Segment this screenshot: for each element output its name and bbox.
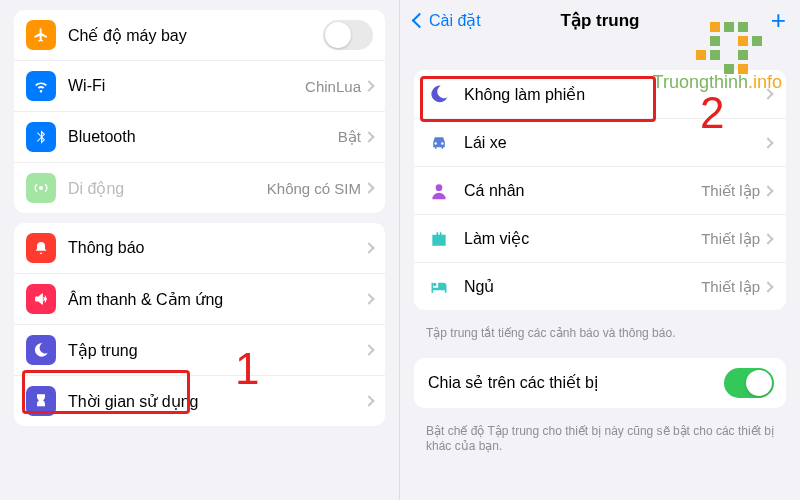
chevron-icon [363,395,374,406]
row-notifications[interactable]: Thông báo [14,223,385,273]
chevron-icon [363,80,374,91]
row-cellular[interactable]: Di động Không có SIM [14,162,385,213]
row-focus[interactable]: Tập trung [14,324,385,375]
focus-footer-1: Tập trung tắt tiếng các cảnh báo và thôn… [400,320,800,348]
settings-pane-left: Chế độ máy bay Wi-Fi ChinLua Bluetooth B… [0,0,400,500]
moon-icon [428,83,450,105]
chevron-icon [363,182,374,193]
nav-back-button[interactable]: Cài đặt [414,11,481,30]
chevron-icon [363,131,374,142]
chevron-icon [762,281,773,292]
row-wifi[interactable]: Wi-Fi ChinLua [14,60,385,111]
cellular-value: Không có SIM [267,180,361,197]
row-airplane-mode[interactable]: Chế độ máy bay [14,10,385,60]
wifi-label: Wi-Fi [68,77,305,95]
svg-point-0 [39,186,43,190]
chevron-icon [762,185,773,196]
sounds-label: Âm thanh & Cảm ứng [68,290,365,309]
focus-icon [26,335,56,365]
focus-footer-2: Bật chế độ Tập trung cho thiết bị này cũ… [400,418,800,461]
navbar: Cài đặt Tập trung + [400,0,800,40]
share-label: Chia sẻ trên các thiết bị [428,373,724,392]
settings-section-general: Thông báo Âm thanh & Cảm ứng Tập trung T… [14,223,385,426]
airplane-label: Chế độ máy bay [68,26,323,45]
row-bluetooth[interactable]: Bluetooth Bật [14,111,385,162]
work-value: Thiết lập [701,230,760,248]
row-sleep[interactable]: Ngủ Thiết lập [414,262,786,310]
bluetooth-label: Bluetooth [68,128,338,146]
chevron-icon [762,137,773,148]
chevron-icon [363,293,374,304]
sleep-value: Thiết lập [701,278,760,296]
notifications-icon [26,233,56,263]
person-icon [428,180,450,202]
screentime-icon [26,386,56,416]
personal-label: Cá nhân [464,182,701,200]
nav-title: Tập trung [561,10,640,31]
settings-pane-right: Cài đặt Tập trung + Không làm phiền Lái … [400,0,800,500]
focus-label: Tập trung [68,341,365,360]
row-do-not-disturb[interactable]: Không làm phiền [414,70,786,118]
chevron-icon [762,88,773,99]
screentime-label: Thời gian sử dụng [68,392,365,411]
car-icon [428,132,450,154]
settings-section-connectivity: Chế độ máy bay Wi-Fi ChinLua Bluetooth B… [14,10,385,213]
driving-label: Lái xe [464,134,764,152]
nav-add-button[interactable]: + [771,7,786,33]
row-personal[interactable]: Cá nhân Thiết lập [414,166,786,214]
bed-icon [428,276,450,298]
cellular-label: Di động [68,179,267,198]
chevron-icon [762,233,773,244]
notifications-label: Thông báo [68,239,365,257]
row-share-devices[interactable]: Chia sẻ trên các thiết bị [414,358,786,408]
chevron-icon [363,242,374,253]
row-work[interactable]: Làm việc Thiết lập [414,214,786,262]
bluetooth-icon [26,122,56,152]
share-section: Chia sẻ trên các thiết bị [414,358,786,408]
chevron-icon [363,344,374,355]
row-driving[interactable]: Lái xe [414,118,786,166]
row-screentime[interactable]: Thời gian sử dụng [14,375,385,426]
briefcase-icon [428,228,450,250]
work-label: Làm việc [464,229,701,248]
share-toggle[interactable] [724,368,774,398]
cellular-icon [26,173,56,203]
airplane-toggle[interactable] [323,20,373,50]
bluetooth-value: Bật [338,128,361,146]
svg-point-1 [436,184,443,191]
row-sounds[interactable]: Âm thanh & Cảm ứng [14,273,385,324]
wifi-value: ChinLua [305,78,361,95]
wifi-icon [26,71,56,101]
focus-modes-section: Không làm phiền Lái xe Cá nhân Thiết lập… [414,70,786,310]
personal-value: Thiết lập [701,182,760,200]
airplane-icon [26,20,56,50]
dnd-label: Không làm phiền [464,85,764,104]
sleep-label: Ngủ [464,277,701,296]
sounds-icon [26,284,56,314]
